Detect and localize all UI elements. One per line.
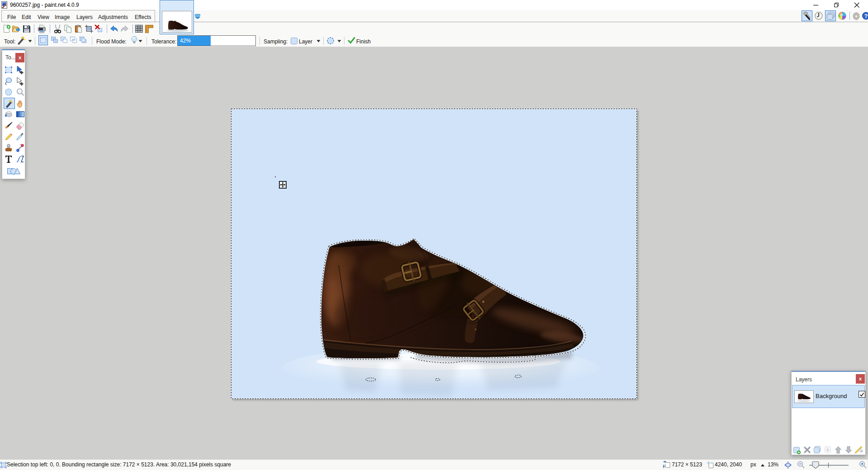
svg-text:?: ?	[864, 13, 868, 19]
